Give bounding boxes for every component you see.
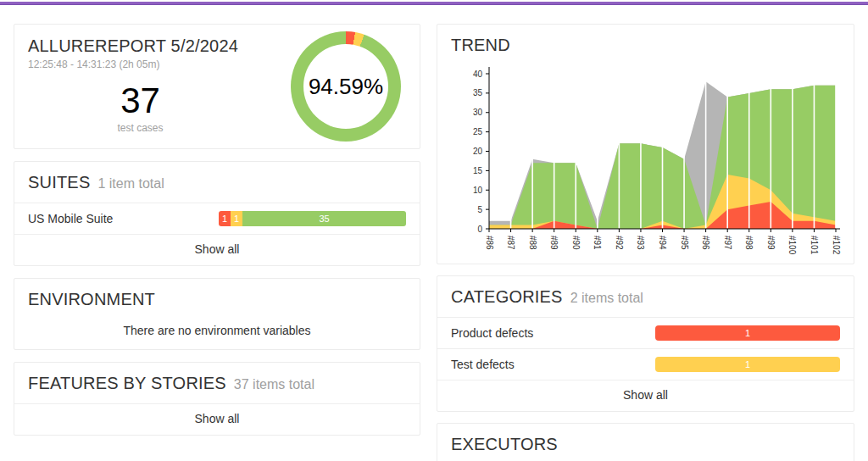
svg-text:#91: #91 — [593, 236, 602, 250]
svg-text:40: 40 — [473, 69, 483, 79]
categories-subtitle: 2 items total — [570, 291, 643, 306]
svg-text:#89: #89 — [549, 236, 559, 250]
category-count-bar: 1 — [655, 325, 840, 341]
right-column: TREND 0510152025303540#86#87#88#89#90#91… — [437, 24, 854, 461]
svg-text:#97: #97 — [723, 236, 732, 250]
suite-passed-segment: 35 — [242, 211, 406, 226]
svg-text:#98: #98 — [744, 236, 754, 250]
environment-title: ENVIRONMENT — [28, 290, 155, 308]
svg-text:#100: #100 — [787, 236, 797, 255]
features-show-all-button[interactable]: Show all — [14, 404, 420, 435]
svg-text:20: 20 — [473, 147, 483, 156]
summary-widget: ALLUREREPORT 5/2/2024 12:25:48 - 14:31:2… — [14, 24, 420, 149]
executors-widget: EXECUTORS Jenk — [437, 423, 854, 461]
categories-header: CATEGORIES 2 items total — [437, 276, 854, 317]
categories-show-all-button[interactable]: Show all — [437, 380, 854, 411]
executors-header: EXECUTORS — [437, 424, 854, 461]
category-name[interactable]: Product defects — [451, 326, 533, 340]
result-donut-chart: 94.59% — [291, 31, 401, 142]
trend-header: TREND — [437, 25, 854, 65]
environment-widget: ENVIRONMENT There are no environment var… — [14, 278, 420, 350]
total-test-cases-label: test cases — [28, 122, 253, 134]
suite-broken-segment: 1 — [231, 211, 242, 226]
pass-percentage: 94.59% — [309, 74, 383, 100]
environment-empty-message: There are no environment variables — [14, 309, 420, 337]
svg-text:15: 15 — [473, 166, 483, 175]
svg-text:#95: #95 — [680, 236, 689, 250]
svg-text:#96: #96 — [701, 236, 710, 250]
svg-text:#102: #102 — [832, 236, 841, 255]
svg-text:35: 35 — [473, 88, 483, 97]
svg-text:#93: #93 — [636, 236, 645, 250]
features-widget: FEATURES BY STORIES 37 items total Show … — [14, 362, 420, 436]
suite-status-bar: 1 1 35 — [219, 211, 406, 226]
svg-text:30: 30 — [473, 108, 483, 117]
suites-widget: SUITES 1 item total US Mobile Suite 1 1 … — [14, 161, 420, 266]
categories-title: CATEGORIES — [451, 287, 563, 307]
features-header: FEATURES BY STORIES 37 items total — [14, 363, 420, 403]
suites-show-all-button[interactable]: Show all — [14, 235, 420, 265]
svg-text:25: 25 — [473, 127, 483, 136]
svg-text:#92: #92 — [615, 236, 624, 250]
left-column: ALLUREREPORT 5/2/2024 12:25:48 - 14:31:2… — [14, 24, 420, 461]
suites-subtitle: 1 item total — [97, 176, 164, 192]
svg-text:#101: #101 — [810, 236, 819, 255]
category-name[interactable]: Test defects — [451, 358, 515, 371]
features-title: FEATURES BY STORIES — [28, 374, 226, 393]
trend-widget: TREND 0510152025303540#86#87#88#89#90#91… — [437, 24, 854, 264]
svg-text:0: 0 — [477, 225, 482, 234]
svg-text:#99: #99 — [766, 236, 776, 250]
suites-title: SUITES — [28, 173, 90, 192]
trend-area-chart: 0510152025303540#86#87#88#89#90#91#92#93… — [449, 65, 848, 258]
executors-title: EXECUTORS — [451, 435, 558, 454]
svg-text:#90: #90 — [571, 236, 581, 250]
suite-name[interactable]: US Mobile Suite — [28, 212, 113, 225]
svg-text:5: 5 — [477, 205, 482, 214]
donut-percent: 94.59% — [303, 44, 388, 129]
svg-text:#94: #94 — [658, 236, 667, 250]
category-row[interactable]: Product defects 1 — [437, 317, 854, 348]
svg-text:#87: #87 — [506, 236, 515, 250]
suites-header: SUITES 1 item total — [14, 162, 420, 203]
environment-header: ENVIRONMENT — [14, 279, 420, 309]
svg-text:#88: #88 — [528, 236, 537, 250]
suite-failed-segment: 1 — [219, 211, 231, 226]
features-subtitle: 37 items total — [234, 377, 314, 392]
total-test-cases: 37 — [28, 81, 253, 121]
suite-row[interactable]: US Mobile Suite 1 1 35 — [14, 203, 420, 234]
category-count-bar: 1 — [655, 357, 840, 372]
category-row[interactable]: Test defects 1 — [437, 348, 854, 380]
dashboard: ALLUREREPORT 5/2/2024 12:25:48 - 14:31:2… — [0, 5, 868, 461]
svg-text:#86: #86 — [485, 236, 494, 250]
categories-widget: CATEGORIES 2 items total Product defects… — [437, 275, 854, 412]
svg-text:10: 10 — [473, 186, 483, 195]
trend-title: TREND — [451, 36, 510, 55]
